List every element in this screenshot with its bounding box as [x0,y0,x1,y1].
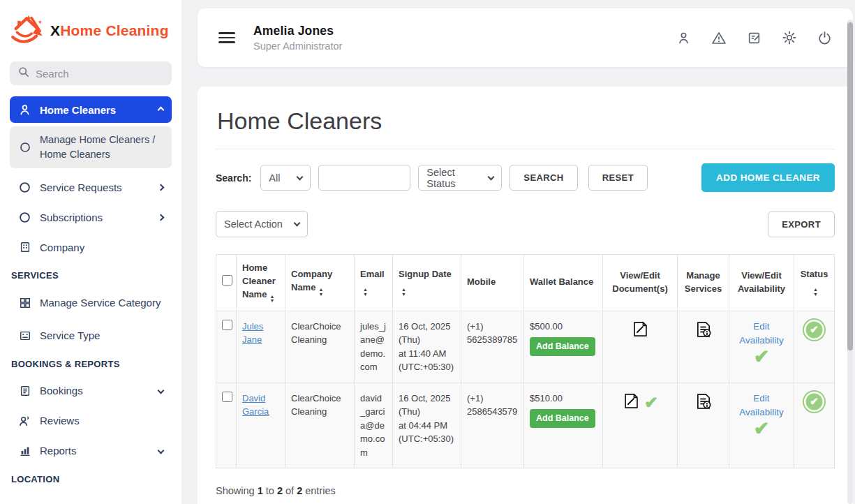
wallet-amount: $500.00 [530,320,597,334]
logout-power-icon[interactable] [817,31,832,45]
sidebar-item-service-type[interactable]: Service Type [10,323,172,349]
user-name: Amelia Jones [253,24,342,38]
sort-icon[interactable]: ▲▼ [363,288,368,297]
row-checkbox[interactable] [222,392,232,402]
chevron-right-icon [158,184,165,191]
sidebar-item-reviews[interactable]: Reviews [10,408,172,434]
sidebar-search[interactable] [10,61,172,85]
documents-verified-check-icon: ✔ [644,394,658,411]
search-button[interactable]: SEARCH [510,165,577,191]
edit-document-icon[interactable] [622,392,641,415]
main-area: Amelia Jones Super Administrator Home Cl… [181,0,855,504]
sidebar-item-company[interactable]: Company [10,234,172,260]
sidebar-item-label: Company [40,242,163,253]
export-button[interactable]: EXPORT [768,212,835,237]
top-header: Amelia Jones Super Administrator [198,8,853,67]
scrollbar-thumb[interactable] [847,22,853,350]
col-signup: Signup Date [399,269,452,279]
sort-icon[interactable]: ▲▼ [269,295,274,304]
brand-logo[interactable]: XHome Cleaning [10,13,172,49]
cleaner-name-link[interactable]: Jules Jane [242,321,263,346]
col-mobile: Mobile [467,276,496,287]
chevron-up-icon [158,106,165,113]
col-documents: View/Edit Document(s) [612,270,667,294]
circle-icon [18,212,31,223]
sidebar-item-label: Home Cleaners [40,104,150,116]
sidebar-item-label: Service Requests [40,181,150,193]
logs-icon[interactable] [747,31,761,45]
table-row: Jules Jane ClearChoice Cleaning jules_ja… [216,311,835,383]
entries-summary: Showing 1 to 2 of 2 entries [216,485,835,496]
edit-availability-link[interactable]: Edit Availability [735,320,788,348]
sidebar-item-label: Service Type [40,329,163,341]
status-active-icon[interactable]: ✔ [804,392,824,412]
brand-name: XHome Cleaning [50,22,169,39]
sidebar-item-home-cleaners[interactable]: Home Cleaners [10,96,172,123]
search-label: Search: [216,172,251,184]
chevron-right-icon [158,214,165,221]
sidebar-section-location: LOCATION [11,474,170,484]
signup-cell: 16 Oct, 2025 (Thu) at 11:40 AM (UTC:+05:… [393,311,461,383]
company-cell: ClearChoice Cleaning [285,311,355,383]
status-active-icon[interactable]: ✔ [804,320,824,340]
alert-icon[interactable] [711,31,727,45]
sidebar-item-service-requests[interactable]: Service Requests [10,174,172,200]
email-cell: david_garcia@demo.com [355,383,393,468]
sidebar-item-manage-service-category[interactable]: Manage Service Category [10,289,172,317]
bar-chart-icon [18,445,31,457]
edit-document-icon[interactable] [631,320,650,343]
manage-services-icon[interactable] [694,331,713,341]
settings-gear-icon[interactable] [782,30,797,45]
sidebar-item-manage-home-cleaners[interactable]: Manage Home Cleaners / Home Cleaners [10,126,172,168]
sidebar-item-reports[interactable]: Reports [10,438,172,464]
bulk-action-value: Select Action [224,218,288,230]
reset-button[interactable]: RESET [588,165,648,191]
add-home-cleaner-button[interactable]: ADD HOME CLEANER [701,163,835,192]
page-scrollbar[interactable] [847,20,853,504]
filter-status-value: Select Status [426,167,482,189]
availability-check-icon: ✔ [754,348,770,366]
chevron-down-icon [158,387,165,394]
availability-check-icon: ✔ [754,420,770,438]
filter-category-select[interactable]: All [260,165,311,191]
chevron-down-icon [488,173,495,180]
hamburger-menu-icon[interactable] [218,29,235,46]
filter-keyword-input[interactable] [318,165,410,191]
chevron-down-icon [294,220,301,227]
bulk-action-select[interactable]: Select Action [216,211,308,237]
sidebar-item-label: Reviews [40,415,163,427]
sidebar-item-bookings[interactable]: Bookings [10,378,172,404]
cleaners-table: Home Cleaner Name▲▼ Company Name▲▼ Email… [216,254,835,468]
sidebar-item-label: Reports [40,445,150,457]
signup-cell: 16 Oct, 2025 (Thu) at 04:44 PM (UTC:+05:… [393,383,461,468]
cleaners-table-wrap: Home Cleaner Name▲▼ Company Name▲▼ Email… [216,254,835,468]
edit-availability-link[interactable]: Edit Availability [735,392,788,420]
col-company: Company Name [291,269,332,292]
add-balance-button[interactable]: Add Balance [530,409,595,428]
add-balance-button[interactable]: Add Balance [530,337,595,356]
user-icon [18,103,31,117]
sidebar-item-subscriptions[interactable]: Subscriptions [10,204,172,230]
company-cell: ClearChoice Cleaning [285,383,355,468]
chevron-down-icon [297,173,304,180]
circle-icon [18,181,31,193]
col-wallet: Wallet Balance [530,276,593,287]
sort-icon[interactable]: ▲▼ [318,288,323,297]
profile-icon[interactable] [676,31,691,45]
manage-services-icon[interactable] [694,403,713,413]
row-checkbox[interactable] [222,320,232,330]
card-icon [18,329,31,342]
page-title: Home Cleaners [217,108,835,135]
sort-icon[interactable]: ▲▼ [813,288,818,297]
sort-icon[interactable]: ▲▼ [401,288,406,297]
sidebar-section-services: SERVICES [11,270,170,281]
sidebar: XHome Cleaning Home Cleaners Manage Home… [0,0,181,504]
filter-status-select[interactable]: Select Status [418,165,502,191]
search-input[interactable] [36,68,161,80]
select-all-checkbox[interactable] [222,275,232,286]
cleaner-name-link[interactable]: David Garcia [242,393,269,417]
reviews-icon [18,414,31,427]
wallet-cell: $500.00 Add Balance [524,311,603,383]
user-block: Amelia Jones Super Administrator [253,24,342,52]
col-email: Email [360,269,385,279]
